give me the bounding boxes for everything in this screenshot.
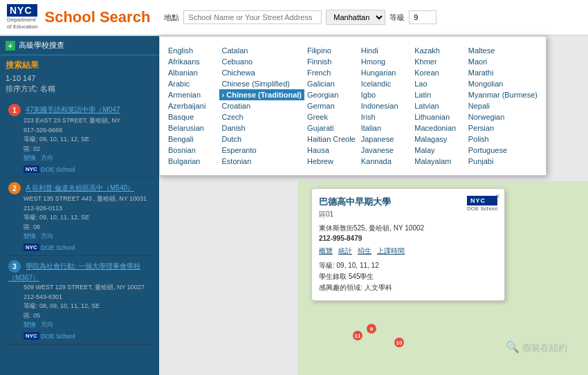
lang-item[interactable]: Bengali: [165, 134, 219, 145]
lang-item[interactable]: Maori: [466, 56, 540, 67]
school-number-3: 3: [8, 260, 21, 273]
lang-item[interactable]: Basque: [165, 111, 219, 122]
popup-address: 東休斯敦街525, 曼哈頓, NY 10002: [319, 223, 497, 233]
lang-item[interactable]: Norwegian: [466, 111, 540, 122]
language-dropdown[interactable]: EnglishCatalanFilipinoHindiKazakhMaltese…: [159, 36, 546, 176]
lang-item[interactable]: Maltese: [466, 45, 540, 56]
lang-item[interactable]: Latvian: [412, 100, 466, 111]
search-controls: 地點 Manhattan 等級: [164, 10, 581, 25]
lang-item[interactable]: Lithuanian: [412, 111, 466, 122]
lang-item[interactable]: Javanese: [358, 145, 412, 156]
lang-item[interactable]: Igbo: [358, 89, 412, 100]
lang-item[interactable]: Hindi: [358, 45, 412, 56]
lang-item[interactable]: Bosnian: [165, 145, 219, 156]
lang-item[interactable]: Danish: [219, 122, 305, 134]
school-item-2[interactable]: 2 A 菲利普·倫道夫校區高中（M540） WEST 135 STREET 44…: [6, 178, 154, 256]
school-link-3[interactable]: 學院為社會行動: 一個大學理事會學校（M367）: [8, 262, 140, 282]
search-input[interactable]: [183, 10, 322, 24]
lang-item[interactable]: English: [165, 45, 219, 56]
watermark: 🔍 假裝在紐約: [506, 340, 567, 354]
popup-grades: 等級: 09, 10, 11, 12: [319, 260, 497, 271]
lang-item[interactable]: Kazakh: [412, 45, 466, 56]
lang-item[interactable]: Catalan: [219, 45, 305, 56]
lang-item[interactable]: Myanmar (Burmese): [466, 89, 540, 100]
lang-item[interactable]: Chichewa: [219, 67, 305, 78]
lang-item[interactable]: Macedonian: [412, 122, 466, 134]
popup-link-stats[interactable]: 統計: [338, 246, 352, 256]
lang-item[interactable]: German: [304, 100, 358, 111]
school-details-3: 509 WEST 129 STREET, 曼哈頓, NY 10027 212-5…: [24, 283, 151, 320]
school-actions-3: 變換 方向: [24, 320, 151, 329]
lang-item[interactable]: Korean: [412, 67, 466, 78]
lang-item[interactable]: Japanese: [358, 134, 412, 145]
lang-item[interactable]: Kannada: [358, 156, 412, 167]
popup-phone: 212-995-8479: [319, 235, 497, 242]
lang-item[interactable]: Croatian: [219, 100, 305, 111]
lang-item[interactable]: Marathi: [466, 67, 540, 78]
lang-item[interactable]: Chinese (Simplified): [219, 78, 305, 89]
lang-item[interactable]: Greek: [304, 111, 358, 122]
lang-item[interactable]: Afrikaans: [165, 56, 219, 67]
lang-item[interactable]: Albanian: [165, 67, 219, 78]
area-dropdown[interactable]: Manhattan: [326, 10, 385, 25]
lang-item[interactable]: Armenian: [165, 89, 219, 100]
lang-item[interactable]: Czech: [219, 111, 305, 122]
lang-item[interactable]: Hausa: [304, 145, 358, 156]
lang-item[interactable]: Latin: [412, 89, 466, 100]
advanced-search-button[interactable]: + 高級學校搜查: [0, 36, 159, 55]
lang-item[interactable]: Georgian: [304, 89, 358, 100]
lang-item[interactable]: Italian: [358, 122, 412, 134]
lang-item[interactable]: › Chinese (Traditional): [219, 89, 305, 100]
lang-item[interactable]: Lao: [412, 78, 466, 89]
school-number-1: 1: [8, 104, 21, 116]
lang-item[interactable]: Gujarati: [304, 122, 358, 134]
lang-item[interactable]: Malay: [412, 145, 466, 156]
lang-item[interactable]: Bulgarian: [165, 156, 219, 167]
nyc-badge-2: NYC DOE School: [24, 244, 151, 251]
map-pin-2[interactable]: 10: [394, 338, 404, 347]
lang-item[interactable]: Nepali: [466, 100, 540, 111]
school-link-1[interactable]: 47美國手語和英語中學（M047: [26, 106, 120, 113]
school-actions-2: 變換 方向: [24, 232, 151, 241]
map-pin-1[interactable]: 9: [367, 324, 376, 333]
lang-item[interactable]: Filipino: [304, 45, 358, 56]
lang-item[interactable]: Cebuano: [219, 56, 305, 67]
lang-item[interactable]: Estonian: [219, 156, 305, 167]
lang-item[interactable]: Mongolian: [466, 78, 540, 89]
popup-link-admissions[interactable]: 招生: [358, 246, 371, 256]
lang-item[interactable]: Icelandic: [358, 78, 412, 89]
lang-item[interactable]: Irish: [358, 111, 412, 122]
lang-item[interactable]: Khmer: [412, 56, 466, 67]
lang-item[interactable]: Dutch: [219, 134, 305, 145]
lang-item[interactable]: French: [304, 67, 358, 78]
lang-item[interactable]: Indonesian: [358, 100, 412, 111]
nyc-logo-text: NYC: [7, 4, 37, 17]
map-pin-3[interactable]: 11: [353, 331, 362, 340]
lang-item[interactable]: Portuguese: [466, 145, 540, 156]
lang-item[interactable]: Persian: [466, 122, 540, 134]
lang-item[interactable]: Azerbaijani: [165, 100, 219, 111]
school-details-1: 223 EAST 23 STREET, 曼哈頓, NY 917-326-6668…: [24, 116, 151, 154]
grade-label: 等級: [389, 12, 405, 23]
school-item-1[interactable]: 1 47美國手語和英語中學（M047 223 EAST 23 STREET, 曼…: [6, 100, 154, 178]
lang-item[interactable]: Hmong: [358, 56, 412, 67]
lang-item[interactable]: Esperanto: [219, 145, 305, 156]
popup-link-schedule[interactable]: 上課時間: [377, 246, 405, 256]
lang-item[interactable]: Hungarian: [358, 67, 412, 78]
lang-item[interactable]: Belarusian: [165, 122, 219, 134]
lang-item[interactable]: Malagasy: [412, 134, 466, 145]
popup-link-overview[interactable]: 概覽: [319, 246, 333, 256]
lang-item[interactable]: Hebrew: [304, 156, 358, 167]
grade-input[interactable]: [409, 10, 437, 24]
lang-item[interactable]: Malayalam: [412, 156, 466, 167]
lang-item[interactable]: Punjabi: [466, 156, 540, 167]
lang-item[interactable]: Galician: [304, 78, 358, 89]
nyc-logo-sub: Department of Education: [7, 17, 37, 30]
school-link-2[interactable]: A 菲利普·倫道夫校區高中（M540）: [26, 184, 134, 192]
popup-interest: 感興趣的領域: 人文學科: [319, 282, 497, 293]
school-item-3[interactable]: 3 學院為社會行動: 一個大學理事會學校（M367） 509 WEST 129 …: [6, 256, 154, 345]
lang-item[interactable]: Finnish: [304, 56, 358, 67]
lang-item[interactable]: Arabic: [165, 78, 219, 89]
lang-item[interactable]: Polish: [466, 134, 540, 145]
lang-item[interactable]: Haitian Creole: [304, 134, 358, 145]
